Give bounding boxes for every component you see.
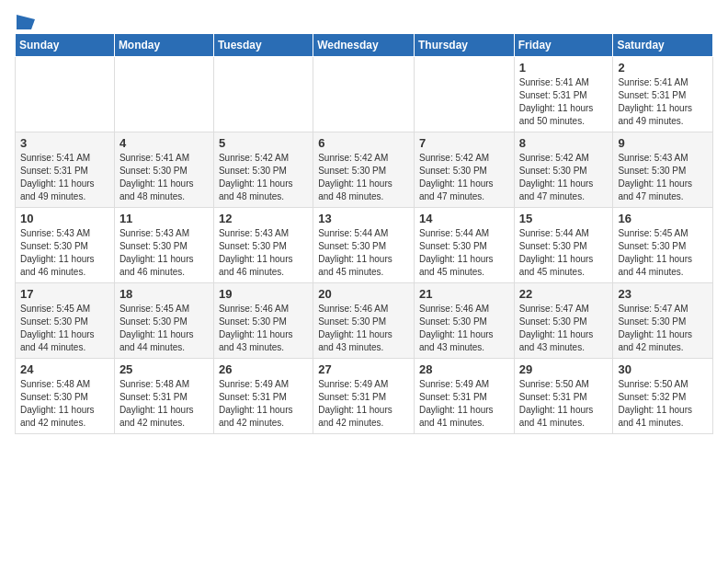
cell-content: Sunrise: 5:49 AM Sunset: 5:31 PM Dayligh… — [419, 378, 509, 430]
calendar-cell: 28Sunrise: 5:49 AM Sunset: 5:31 PM Dayli… — [414, 359, 514, 434]
day-number: 9 — [618, 136, 708, 150]
day-number: 1 — [519, 61, 609, 75]
cell-content: Sunrise: 5:41 AM Sunset: 5:30 PM Dayligh… — [119, 152, 209, 203]
cell-content: Sunrise: 5:48 AM Sunset: 5:30 PM Dayligh… — [20, 378, 109, 430]
cell-content: Sunrise: 5:45 AM Sunset: 5:30 PM Dayligh… — [618, 227, 708, 279]
calendar-cell — [16, 57, 115, 132]
page-header — [15, 15, 713, 26]
calendar-cell — [313, 57, 415, 132]
calendar-week-5: 24Sunrise: 5:48 AM Sunset: 5:30 PM Dayli… — [16, 359, 713, 434]
calendar-cell: 17Sunrise: 5:45 AM Sunset: 5:30 PM Dayli… — [16, 283, 115, 359]
cell-content: Sunrise: 5:50 AM Sunset: 5:31 PM Dayligh… — [519, 378, 609, 430]
day-number: 10 — [20, 212, 109, 225]
cell-content: Sunrise: 5:47 AM Sunset: 5:30 PM Dayligh… — [519, 303, 609, 354]
header-friday: Friday — [514, 34, 613, 57]
cell-content: Sunrise: 5:49 AM Sunset: 5:31 PM Dayligh… — [318, 378, 409, 430]
calendar-cell: 3Sunrise: 5:41 AM Sunset: 5:31 PM Daylig… — [16, 132, 115, 208]
calendar-header-row: SundayMondayTuesdayWednesdayThursdayFrid… — [16, 34, 713, 57]
day-number: 18 — [119, 287, 209, 301]
cell-content: Sunrise: 5:49 AM Sunset: 5:31 PM Dayligh… — [219, 378, 308, 430]
day-number: 26 — [219, 362, 308, 376]
header-sunday: Sunday — [16, 34, 115, 57]
day-number: 21 — [419, 287, 509, 301]
cell-content: Sunrise: 5:43 AM Sunset: 5:30 PM Dayligh… — [618, 152, 708, 203]
day-number: 28 — [419, 362, 509, 376]
calendar-cell: 2Sunrise: 5:41 AM Sunset: 5:31 PM Daylig… — [613, 57, 713, 132]
svg-marker-0 — [17, 15, 35, 29]
cell-content: Sunrise: 5:48 AM Sunset: 5:31 PM Dayligh… — [119, 378, 209, 430]
calendar-cell: 24Sunrise: 5:48 AM Sunset: 5:30 PM Dayli… — [16, 359, 115, 434]
day-number: 16 — [618, 212, 708, 225]
header-wednesday: Wednesday — [313, 34, 415, 57]
cell-content: Sunrise: 5:43 AM Sunset: 5:30 PM Dayligh… — [20, 227, 109, 279]
calendar-cell: 7Sunrise: 5:42 AM Sunset: 5:30 PM Daylig… — [414, 132, 514, 208]
calendar-cell: 14Sunrise: 5:44 AM Sunset: 5:30 PM Dayli… — [414, 208, 514, 283]
day-number: 12 — [219, 212, 308, 225]
day-number: 14 — [419, 212, 509, 225]
calendar-cell: 16Sunrise: 5:45 AM Sunset: 5:30 PM Dayli… — [613, 208, 713, 283]
calendar-week-2: 3Sunrise: 5:41 AM Sunset: 5:31 PM Daylig… — [16, 132, 713, 208]
calendar-cell: 18Sunrise: 5:45 AM Sunset: 5:30 PM Dayli… — [114, 283, 213, 359]
day-number: 30 — [618, 362, 708, 376]
cell-content: Sunrise: 5:46 AM Sunset: 5:30 PM Dayligh… — [318, 303, 409, 354]
cell-content: Sunrise: 5:44 AM Sunset: 5:30 PM Dayligh… — [519, 227, 609, 279]
calendar-cell: 23Sunrise: 5:47 AM Sunset: 5:30 PM Dayli… — [613, 283, 713, 359]
day-number: 29 — [519, 362, 609, 376]
calendar-cell: 22Sunrise: 5:47 AM Sunset: 5:30 PM Dayli… — [514, 283, 613, 359]
header-saturday: Saturday — [613, 34, 713, 57]
calendar-cell: 21Sunrise: 5:46 AM Sunset: 5:30 PM Dayli… — [414, 283, 514, 359]
calendar-week-3: 10Sunrise: 5:43 AM Sunset: 5:30 PM Dayli… — [16, 208, 713, 283]
calendar-week-4: 17Sunrise: 5:45 AM Sunset: 5:30 PM Dayli… — [16, 283, 713, 359]
day-number: 6 — [318, 136, 409, 150]
day-number: 20 — [318, 287, 409, 301]
calendar-cell: 5Sunrise: 5:42 AM Sunset: 5:30 PM Daylig… — [213, 132, 313, 208]
calendar-cell — [414, 57, 514, 132]
calendar-cell: 4Sunrise: 5:41 AM Sunset: 5:30 PM Daylig… — [114, 132, 213, 208]
cell-content: Sunrise: 5:41 AM Sunset: 5:31 PM Dayligh… — [618, 76, 708, 128]
cell-content: Sunrise: 5:45 AM Sunset: 5:30 PM Dayligh… — [20, 303, 109, 354]
calendar-cell: 29Sunrise: 5:50 AM Sunset: 5:31 PM Dayli… — [514, 359, 613, 434]
cell-content: Sunrise: 5:47 AM Sunset: 5:30 PM Dayligh… — [618, 303, 708, 354]
day-number: 5 — [219, 136, 308, 150]
calendar-cell: 15Sunrise: 5:44 AM Sunset: 5:30 PM Dayli… — [514, 208, 613, 283]
cell-content: Sunrise: 5:44 AM Sunset: 5:30 PM Dayligh… — [419, 227, 509, 279]
day-number: 25 — [119, 362, 209, 376]
calendar-cell: 26Sunrise: 5:49 AM Sunset: 5:31 PM Dayli… — [213, 359, 313, 434]
day-number: 17 — [20, 287, 109, 301]
logo-bird-icon — [17, 15, 35, 29]
calendar-cell: 19Sunrise: 5:46 AM Sunset: 5:30 PM Dayli… — [213, 283, 313, 359]
day-number: 3 — [20, 136, 109, 150]
cell-content: Sunrise: 5:46 AM Sunset: 5:30 PM Dayligh… — [419, 303, 509, 354]
day-number: 22 — [519, 287, 609, 301]
cell-content: Sunrise: 5:42 AM Sunset: 5:30 PM Dayligh… — [419, 152, 509, 203]
calendar-cell: 30Sunrise: 5:50 AM Sunset: 5:32 PM Dayli… — [613, 359, 713, 434]
cell-content: Sunrise: 5:42 AM Sunset: 5:30 PM Dayligh… — [519, 152, 609, 203]
day-number: 11 — [119, 212, 209, 225]
calendar-cell: 6Sunrise: 5:42 AM Sunset: 5:30 PM Daylig… — [313, 132, 415, 208]
calendar-cell — [114, 57, 213, 132]
cell-content: Sunrise: 5:43 AM Sunset: 5:30 PM Dayligh… — [219, 227, 308, 279]
cell-content: Sunrise: 5:46 AM Sunset: 5:30 PM Dayligh… — [219, 303, 308, 354]
calendar-cell: 12Sunrise: 5:43 AM Sunset: 5:30 PM Dayli… — [213, 208, 313, 283]
cell-content: Sunrise: 5:42 AM Sunset: 5:30 PM Dayligh… — [318, 152, 409, 203]
cell-content: Sunrise: 5:41 AM Sunset: 5:31 PM Dayligh… — [20, 152, 109, 203]
cell-content: Sunrise: 5:41 AM Sunset: 5:31 PM Dayligh… — [519, 76, 609, 128]
calendar-cell: 10Sunrise: 5:43 AM Sunset: 5:30 PM Dayli… — [16, 208, 115, 283]
calendar-cell — [213, 57, 313, 132]
header-thursday: Thursday — [414, 34, 514, 57]
day-number: 24 — [20, 362, 109, 376]
cell-content: Sunrise: 5:50 AM Sunset: 5:32 PM Dayligh… — [618, 378, 708, 430]
cell-content: Sunrise: 5:43 AM Sunset: 5:30 PM Dayligh… — [119, 227, 209, 279]
calendar-cell: 11Sunrise: 5:43 AM Sunset: 5:30 PM Dayli… — [114, 208, 213, 283]
calendar-cell: 13Sunrise: 5:44 AM Sunset: 5:30 PM Dayli… — [313, 208, 415, 283]
header-monday: Monday — [114, 34, 213, 57]
logo — [15, 15, 35, 26]
day-number: 19 — [219, 287, 308, 301]
day-number: 4 — [119, 136, 209, 150]
day-number: 23 — [618, 287, 708, 301]
calendar-cell: 27Sunrise: 5:49 AM Sunset: 5:31 PM Dayli… — [313, 359, 415, 434]
day-number: 7 — [419, 136, 509, 150]
cell-content: Sunrise: 5:45 AM Sunset: 5:30 PM Dayligh… — [119, 303, 209, 354]
day-number: 15 — [519, 212, 609, 225]
day-number: 27 — [318, 362, 409, 376]
